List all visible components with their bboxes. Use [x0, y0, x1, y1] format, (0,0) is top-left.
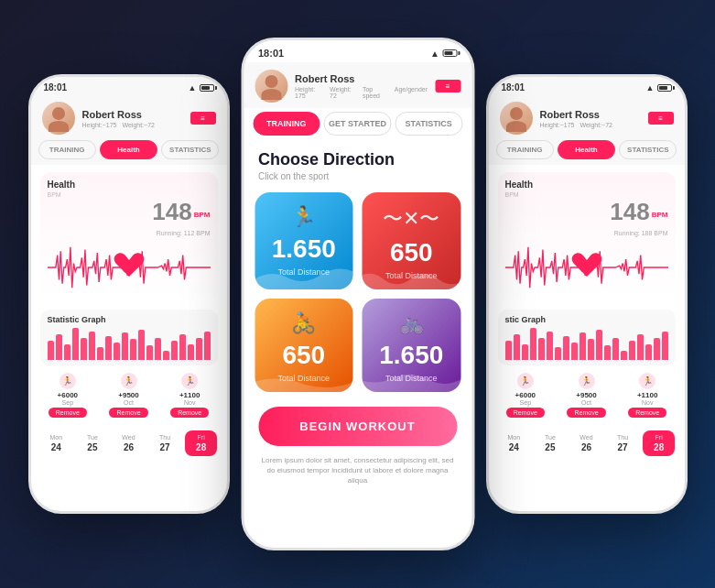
right-profile-section: Robert Ross Height:~175 Weight:~72	[489, 94, 685, 140]
right-health-sub: BPM	[505, 191, 668, 198]
right-heart-icon	[570, 251, 603, 284]
left-remove-sep[interactable]: Remove	[49, 408, 87, 418]
right-tab-training[interactable]: TRAINING	[496, 140, 554, 159]
center-begin-workout-btn[interactable]: BEGIN WORKOUT	[258, 407, 457, 446]
right-cal-fri[interactable]: Fri 28	[643, 430, 676, 456]
left-cal-fri-name: Fri	[187, 434, 216, 441]
left-cal-mon-name: Mon	[42, 434, 71, 441]
right-stats-bars	[505, 328, 668, 360]
left-profile-menu-btn[interactable]	[190, 112, 216, 125]
right-cal-thu[interactable]: Thu 27	[606, 430, 639, 456]
left-tab-health[interactable]: Health	[100, 140, 157, 159]
left-cal-fri[interactable]: Fri 28	[185, 430, 218, 456]
left-profile-stat-1: Height:~175	[82, 122, 117, 128]
left-bpm-row: 148 BPM	[48, 198, 211, 226]
left-nav-tabs: TRAINING Health STATISTICS	[31, 140, 227, 165]
center-tab-get-started[interactable]: GET STARTED	[324, 112, 392, 136]
left-tab-statistics[interactable]: STATISTICS	[161, 140, 219, 159]
left-health-card: Health BPM 148 BPM Running: 112 BPM	[40, 172, 218, 302]
right-month-icon-oct: 🏃	[579, 373, 595, 389]
left-month-value-nov: +1100	[162, 391, 218, 399]
center-nav-tabs: TRAINING GET STARTED STATISTICS	[244, 108, 471, 143]
bar-18	[188, 344, 194, 361]
right-bar-15	[621, 351, 627, 361]
bar-6	[89, 332, 95, 361]
center-sport-card-bike[interactable]: 🚲 1.650 Total Distance	[363, 299, 461, 392]
center-status-bar: 18:01 ▲	[244, 40, 471, 62]
right-profile-stats: Height:~175 Weight:~72	[540, 122, 641, 128]
right-cal-mon[interactable]: Mon 24	[498, 430, 531, 456]
left-month-label-nov: Nov	[162, 399, 218, 406]
right-bar-16	[629, 341, 635, 360]
center-running-value: 1.650	[265, 234, 342, 264]
left-cal-mon[interactable]: Mon 24	[40, 430, 73, 456]
bar-12	[138, 330, 145, 360]
signal-icon: ▲	[189, 83, 197, 93]
right-remove-nov[interactable]: Remove	[628, 408, 666, 418]
center-signal-icon: ▲	[430, 49, 439, 59]
right-bar-20	[662, 332, 668, 361]
right-status-icons: ▲	[646, 83, 672, 93]
center-sport-card-running[interactable]: 🏃 1.650 Total Distance	[255, 192, 353, 289]
right-month-label-nov: Nov	[620, 399, 676, 406]
left-cal-fri-num: 28	[187, 442, 216, 452]
right-tab-statistics[interactable]: STATISTICS	[619, 140, 677, 159]
left-month-sep: 🏃 +6000 Sep Remove	[40, 373, 96, 419]
right-cal-wed-name: Wed	[572, 434, 601, 441]
left-month-value-oct: +9500	[101, 391, 157, 399]
right-bar-18	[645, 344, 652, 361]
left-cal-thu-name: Thu	[150, 434, 179, 441]
left-cal-thu-num: 27	[150, 442, 179, 452]
center-avatar	[255, 70, 287, 103]
left-cal-tue-num: 25	[78, 442, 107, 452]
left-tab-training[interactable]: TRAINING	[38, 140, 96, 159]
bar-3	[64, 344, 70, 361]
center-tab-training[interactable]: TRAINING	[253, 112, 320, 136]
left-cal-tue[interactable]: Tue 25	[76, 430, 109, 456]
left-month-label-sep: Sep	[40, 399, 96, 406]
right-bar-7	[555, 347, 561, 360]
left-cal-thu[interactable]: Thu 27	[148, 430, 181, 456]
left-remove-oct[interactable]: Remove	[109, 408, 147, 418]
center-time: 18:01	[258, 48, 284, 59]
right-cal-wed[interactable]: Wed 26	[570, 430, 603, 456]
center-sport-card-swimming[interactable]: 〜✕〜 650 Total Distance	[363, 192, 461, 289]
right-bpm-note: Running: 188 BPM	[505, 230, 668, 236]
left-profile-stat-2: Weight:~72	[122, 122, 154, 128]
center-lorem-text: Lorem ipsum dolor sit amet, consectetur …	[244, 455, 471, 486]
bar-7	[97, 347, 103, 360]
left-remove-nov[interactable]: Remove	[170, 408, 209, 418]
right-profile-menu-btn[interactable]	[648, 112, 674, 125]
right-month-nov: 🏃 +1100 Nov Remove	[620, 373, 676, 419]
center-tab-statistics[interactable]: STATISTICS	[395, 112, 462, 136]
right-bar-10	[580, 332, 586, 360]
right-remove-sep[interactable]: Remove	[506, 408, 545, 418]
right-signal-icon: ▲	[646, 83, 655, 93]
bar-11	[130, 339, 136, 360]
right-month-value-oct: +9500	[558, 391, 614, 399]
bar-4	[72, 328, 79, 360]
bar-10	[122, 332, 128, 360]
left-profile-info: Robert Ross Height:~175 Weight:~72	[82, 109, 183, 128]
bar-9	[114, 343, 120, 360]
right-remove-oct[interactable]: Remove	[567, 408, 605, 418]
bar-19	[196, 338, 202, 361]
left-month-icon-oct: 🏃	[121, 373, 137, 389]
left-time: 18:01	[44, 82, 68, 93]
center-profile-menu-btn[interactable]	[435, 80, 460, 93]
left-calendar: Mon 24 Tue 25 Wed 26 Thu 27 Fri 28	[31, 425, 227, 462]
center-sport-card-cycling[interactable]: 🚴 650 Total Distance	[255, 299, 353, 392]
center-profile-section: Robert Ross Height: 175 Weight: 72 Top s…	[244, 62, 471, 108]
bar-8	[105, 336, 112, 360]
right-cal-tue[interactable]: Tue 25	[534, 430, 567, 456]
right-health-title: Health	[505, 180, 668, 190]
right-profile-name: Robert Ross	[540, 109, 641, 120]
bar-17	[179, 334, 186, 360]
right-month-label-sep: Sep	[498, 399, 554, 406]
center-cycling-icon: 🚴	[265, 311, 342, 335]
right-month-value-sep: +6000	[498, 391, 554, 399]
right-tab-health[interactable]: Health	[558, 140, 615, 159]
bar-2	[56, 334, 62, 360]
left-cal-wed[interactable]: Wed 26	[113, 430, 146, 456]
bar-20	[204, 332, 211, 361]
